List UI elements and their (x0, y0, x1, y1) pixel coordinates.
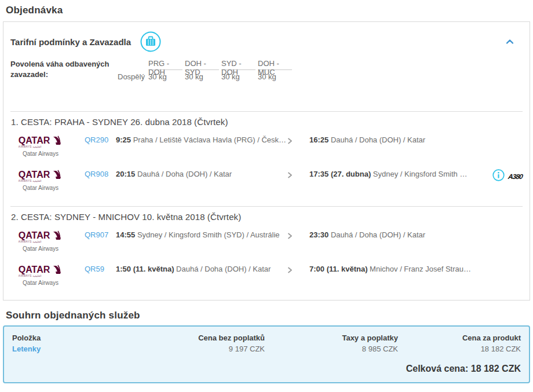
arrival-info: 7:00 (11. května) Mnichov / Franz Josef … (309, 263, 523, 273)
departure-info: 20:15 Dauhá / Doha (DOH) / Katar (116, 168, 287, 178)
baggage-icon (140, 31, 161, 52)
order-page: Objednávka Tarifní podmínky a Zavazadla (0, 5, 533, 392)
order-summary-box: Položka Cena bez poplatků Taxy a poplatk… (3, 325, 530, 383)
flight-number-link[interactable]: QR907 (85, 229, 116, 239)
airline-logo: QATAR AIRWAYS الخليجية Qatar Airways (10, 230, 71, 252)
column-header: Cena za produkt (398, 334, 521, 345)
route-header: DOH - MUC (258, 59, 292, 70)
departure-info: 9:25 Praha / Letiště Václava Havla (PRG)… (116, 134, 287, 144)
trip-2-heading: 2. CESTA: SYDNEY - MNICHOV 10. května 20… (11, 212, 523, 222)
departure-info: 14:55 Sydney / Kingsford Smith (SYD) / A… (116, 229, 287, 239)
airline-name: Qatar Airways (10, 246, 71, 252)
airline-name: Qatar Airways (10, 185, 71, 191)
passenger-type: Dospělý (118, 70, 146, 81)
flight-row: QATAR AIRWAYS الخليجية Qatar Airways (10, 263, 523, 288)
arrival-info: 17:35 (27. dubna) Sydney / Kingsford Smi… (309, 168, 469, 178)
weight-value: 30 kg (185, 70, 219, 81)
airline-name: Qatar Airways (10, 151, 71, 157)
info-icon[interactable] (492, 169, 505, 184)
panel-header[interactable]: Tarifní podmínky a Zavazadla (10, 31, 523, 52)
tariff-baggage-panel: Tarifní podmínky a Zavazadla (3, 21, 530, 301)
oryx-icon (50, 170, 63, 182)
column-header: Položka (12, 334, 105, 345)
taxes-and-fees: 8 985 CZK (265, 345, 398, 353)
baggage-allowance-table: Povolená váha odbavených zavazadel: Dosp… (10, 59, 523, 81)
flight-row: QATAR AIRWAYS الخليجية Qatar Airways (10, 229, 523, 254)
flight-number-link[interactable]: QR59 (85, 263, 116, 273)
chevron-right-icon (287, 168, 309, 181)
chevron-right-icon (287, 134, 309, 146)
total-price: Celková cena: 18 182 CZK (12, 364, 521, 374)
baggage-column: PRG - DOH 30 kg (148, 59, 182, 81)
flight-row: QATAR AIRWAYS الخليجية Qatar Airways (10, 134, 523, 159)
item-link[interactable]: Letenky (12, 345, 105, 353)
departure-info: 1:50 (11. května) Dauhá / Doha (DOH) / K… (116, 263, 287, 273)
chevron-right-icon (287, 263, 309, 276)
product-price: 18 182 CZK (398, 345, 521, 353)
page-title: Objednávka (6, 5, 533, 16)
baggage-label: Povolená váha odbavených zavazadel: (10, 59, 118, 81)
flight-number-link[interactable]: QR908 (85, 168, 116, 178)
chevron-up-icon (506, 37, 513, 46)
route-header: DOH - SYD (185, 59, 219, 70)
trip-1-heading: 1. CESTA: PRAHA - SYDNEY 26. dubna 2018 … (11, 117, 523, 127)
price-without-fees: 9 197 CZK (105, 345, 265, 353)
weight-value: 30 kg (221, 70, 255, 81)
airline-logo: QATAR AIRWAYS الخليجية Qatar Airways (10, 135, 71, 157)
flight-number-link[interactable]: QR290 (85, 134, 116, 144)
airline-logo: QATAR AIRWAYS الخليجية Qatar Airways (10, 170, 71, 191)
summary-heading: Souhrn objednaných služeb (6, 310, 533, 321)
column-header: Cena bez poplatků (105, 334, 265, 345)
airline-logo: QATAR AIRWAYS الخليجية Qatar Airways (10, 265, 71, 286)
arrival-info: 16:25 Dauhá / Doha (DOH) / Katar (309, 134, 523, 144)
baggage-column: DOH - SYD 30 kg (185, 59, 219, 81)
airline-name: Qatar Airways (10, 280, 71, 286)
baggage-column: DOH - MUC 30 kg (258, 59, 292, 81)
route-header: PRG - DOH (148, 59, 182, 70)
oryx-icon (50, 135, 63, 148)
oryx-icon (50, 265, 63, 277)
arrival-info: 23:30 Dauhá / Doha (DOH) / Katar (309, 229, 523, 239)
weight-value: 30 kg (148, 70, 182, 81)
route-header: SYD - DOH (221, 59, 255, 70)
aircraft-type-logo: A380 (508, 173, 523, 181)
collapse-panel-button[interactable] (506, 39, 513, 44)
column-header: Taxy a poplatky (265, 334, 398, 345)
divider (10, 111, 523, 112)
flight-row: QATAR AIRWAYS الخليجية Qatar Airways (10, 168, 523, 193)
panel-title: Tarifní podmínky a Zavazadla (10, 37, 131, 47)
summary-table: Položka Cena bez poplatků Taxy a poplatk… (12, 334, 521, 353)
passenger-type-column: Dospělý (118, 59, 146, 81)
chevron-right-icon (287, 229, 309, 241)
divider (10, 206, 523, 207)
oryx-icon (50, 230, 63, 243)
baggage-column: SYD - DOH 30 kg (221, 59, 255, 81)
weight-value: 30 kg (258, 70, 292, 81)
